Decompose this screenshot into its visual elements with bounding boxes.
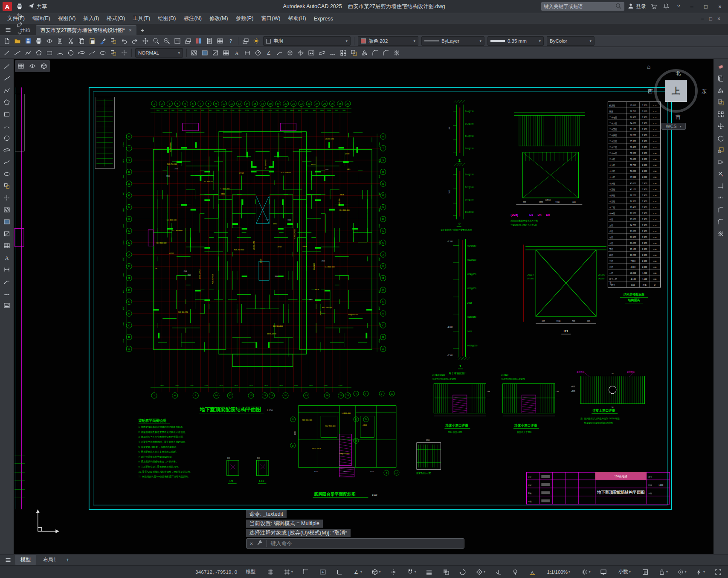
snap-mode-toggle[interactable]: ▾ [283,567,294,577]
text-tool[interactable]: A [2,253,12,263]
copy-clip-icon[interactable] [76,36,87,46]
line-tool[interactable] [2,48,12,58]
lock-ui-button[interactable]: ▾ [658,567,669,577]
fillet-tool[interactable] [716,217,726,227]
named-views-icon[interactable] [27,61,38,71]
linear-dimension-tool[interactable] [242,48,252,58]
quick-access-customize-icon[interactable] [15,29,24,38]
drawing-canvas[interactable]: 1234567891011121415161819202122232425262… [14,59,713,554]
layer-properties-icon[interactable] [241,36,251,46]
menu-insert[interactable]: 插入(I) [79,13,103,24]
polyline-tool[interactable] [2,85,12,96]
design-center-icon[interactable] [183,36,193,46]
rectangle-tool[interactable] [2,109,12,119]
explode-tool[interactable] [392,48,402,58]
doc-restore-button[interactable]: □ [709,16,712,22]
table-tool[interactable] [2,241,12,251]
help-icon[interactable]: ? [674,2,683,11]
construction-line-tool[interactable] [12,48,23,58]
workspace-switching-button[interactable]: ▾ [580,567,592,577]
command-input[interactable]: × 键入命令 [246,538,464,549]
copy-tool[interactable] [716,73,726,84]
clean-screen-button[interactable] [713,567,723,577]
leader-tool[interactable] [2,276,12,287]
linear-dimension-tool[interactable] [2,264,12,275]
angular-dimension-tool[interactable]: ∠ [264,48,274,58]
menu-view[interactable]: 视图(V) [54,13,80,24]
viewcube-south-label[interactable]: 南 [650,113,706,121]
plot-style-control-dropdown[interactable]: ByColor▾ [547,36,595,46]
minimize-button[interactable]: – [686,1,697,12]
offset-tool[interactable] [716,97,726,107]
autoscale-toggle[interactable]: A [528,567,537,577]
erase-tool[interactable] [716,61,726,72]
circle-tool[interactable] [66,48,76,58]
graphics-performance-toggle[interactable]: ▾ [695,567,706,577]
block-editor-icon[interactable] [108,36,119,46]
home-icon[interactable]: ⌂ [647,63,650,70]
construction-line-tool[interactable] [2,73,12,84]
pan-icon[interactable] [140,36,151,46]
file-tab-menu-icon[interactable] [2,25,15,35]
extend-tool[interactable] [716,181,726,191]
lineweight-display-toggle[interactable] [424,567,434,577]
dynamic-ucs-toggle[interactable] [494,567,503,577]
3d-views-icon[interactable] [39,61,49,71]
annotation-scale-button[interactable]: 1:1/100%▾ [544,567,573,577]
new-icon[interactable] [2,36,12,46]
zoom-icon[interactable] [151,36,161,46]
model-space-button[interactable]: 模型 [243,567,258,577]
annotation-visibility-toggle[interactable] [510,567,520,577]
model-space-canvas[interactable]: 1234567891011121415161819202122232425262… [14,59,713,554]
stretch-tool[interactable] [716,157,726,167]
scale-tool[interactable] [716,145,726,155]
paste-icon[interactable] [87,36,97,46]
save-icon[interactable] [15,0,24,2]
polar-tracking-toggle[interactable]: ∠▾ [352,567,363,577]
close-command-icon[interactable]: × [250,540,253,547]
search-icon[interactable] [615,3,622,10]
array-tool[interactable] [338,48,348,58]
style-control-dropdown[interactable]: NORMAL▾ [135,48,183,58]
gradient-tool[interactable] [200,48,210,58]
chamfer-tool[interactable] [381,48,391,58]
add-layout-button[interactable]: + [63,557,73,563]
maximize-button[interactable]: □ [700,1,711,12]
object-snap-toggle[interactable]: ▾ [406,567,417,577]
menu-express[interactable]: Express [310,13,337,24]
autocad-logo[interactable]: A [3,2,12,11]
array-tool[interactable] [716,109,726,119]
layer-control-dropdown[interactable]: 电涧▾ [263,36,351,46]
search-input[interactable]: 键入关键字或短语 [541,2,624,11]
plot-preview-icon[interactable] [44,36,55,46]
properties-icon[interactable] [172,36,183,46]
tab-model[interactable]: 模型 [15,555,36,565]
measure-tool[interactable] [317,48,327,58]
zoom-window-icon[interactable] [162,36,172,46]
publish-icon[interactable] [55,36,65,46]
boundary-tool[interactable] [210,48,220,58]
fillet-tool[interactable] [370,48,380,58]
isometric-drafting-toggle[interactable]: ▾ [371,567,382,577]
break-tool[interactable] [716,193,726,203]
layer-states-icon[interactable] [251,36,261,46]
insert-block-tool[interactable] [108,48,119,58]
notifications-icon[interactable] [661,2,671,11]
hatch-tool[interactable] [189,48,199,58]
isolate-objects-button[interactable]: ▾ [676,567,687,577]
match-properties-icon[interactable] [98,36,108,46]
lineweight-control-dropdown[interactable]: 0.35 mm▾ [487,36,544,46]
rotate-tool[interactable] [716,133,726,143]
menu-parametric[interactable]: 参数(P) [232,13,258,24]
tool-palettes-icon[interactable] [194,36,204,46]
layout-menu-icon[interactable] [3,557,14,563]
menu-modify[interactable]: 修改(M) [206,13,232,24]
view-cube[interactable]: ⌂ 北 南 西 东 上 WCS▾ [650,62,706,134]
doc-close-button[interactable]: × [717,16,720,22]
annotation-monitor-toggle[interactable] [599,567,608,577]
mirror-tool[interactable] [716,85,726,96]
share-button[interactable]: 共享 [28,3,47,11]
app-store-icon[interactable] [649,2,658,11]
mirror-tool[interactable] [360,48,370,58]
doc-minimize-button[interactable]: – [701,16,704,22]
